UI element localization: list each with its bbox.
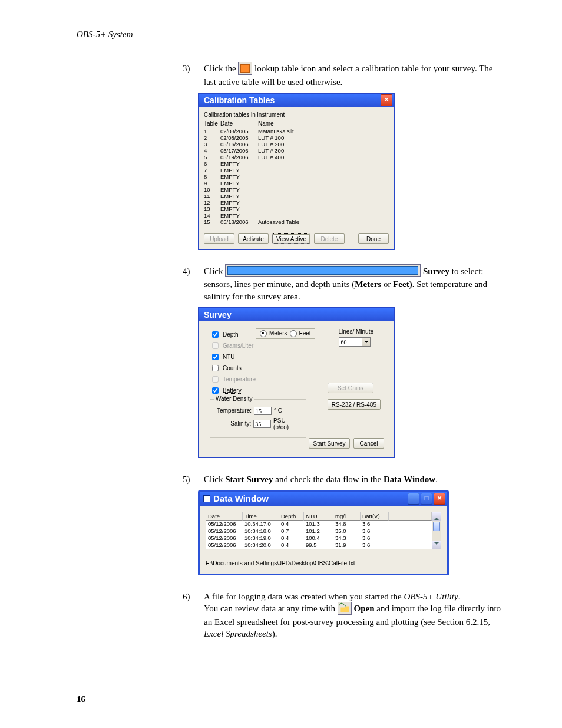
- step-5-post: .: [435, 475, 438, 484]
- scroll-thumb[interactable]: [433, 522, 440, 531]
- data-window-row: 05/12/200610:34:19.00.4100.434.33.6: [206, 535, 432, 542]
- survey-icon: [225, 264, 421, 277]
- data-window-filepath: E:\Documents and Settings\JPD\Desktop\OB…: [206, 560, 441, 566]
- salinity-input[interactable]: 35: [253, 420, 271, 428]
- set-gains-button[interactable]: Set Gains: [328, 383, 373, 393]
- water-density-legend: Water Density: [214, 396, 254, 402]
- cal-table-row[interactable]: 7EMPTY: [204, 167, 389, 173]
- cal-table-header: Table Date Name: [204, 120, 389, 127]
- grams-checkbox: [212, 342, 219, 349]
- dw-h-mgl: mg/l: [333, 512, 361, 521]
- step-6-line2-pre: You can review data at any time with: [204, 604, 338, 613]
- excel-spreadsheets-word: Excel Spreadsheets: [204, 629, 272, 638]
- dw-h-depth: Depth: [279, 512, 304, 521]
- dw-h-ntu: NTU: [304, 512, 333, 521]
- calibration-tables-dialog: Calibration Tables × Calibration tables …: [198, 93, 395, 250]
- done-button[interactable]: Done: [358, 233, 389, 244]
- data-window-word: Data Window: [384, 475, 435, 484]
- close-icon[interactable]: ×: [381, 94, 392, 106]
- data-window-row: 05/12/200610:34:18.00.7101.235.03.6: [206, 528, 432, 535]
- survey-word: Survey: [423, 266, 449, 276]
- step-6-number: 6): [183, 591, 196, 640]
- cal-header-table: Table: [204, 120, 220, 127]
- step-5-pre: Click: [204, 475, 225, 484]
- cal-table-row[interactable]: 13EMPTY: [204, 206, 389, 212]
- view-active-button[interactable]: View Active: [272, 233, 310, 244]
- data-window-row: 05/12/200610:34:20.00.499.531.93.6: [206, 542, 432, 549]
- temperature-checkbox: [212, 376, 219, 383]
- temperature-input[interactable]: 15: [254, 407, 272, 415]
- dw-h-time: Time: [243, 512, 279, 521]
- cal-table-row[interactable]: 505/19/2006LUT # 400: [204, 154, 389, 160]
- salinity-field-label: Salinity:: [214, 420, 251, 427]
- step-5-mid: and check the data flow in the: [273, 475, 384, 484]
- lines-per-minute-label: Lines/ Minute: [339, 328, 373, 335]
- depth-checkbox[interactable]: [212, 331, 219, 338]
- counts-checkbox[interactable]: [212, 365, 219, 371]
- rs232-rs485-button[interactable]: RS-232 / RS-485: [328, 399, 381, 410]
- battery-checkbox[interactable]: [212, 387, 219, 394]
- data-window-app-icon: [203, 495, 210, 502]
- data-window-body: 05/12/200610:34:17.00.4101.334.83.605/12…: [206, 521, 432, 549]
- cal-table-row[interactable]: 10EMPTY: [204, 186, 389, 193]
- ntu-checkbox[interactable]: [212, 354, 219, 360]
- data-window-title: Data Window: [213, 492, 269, 506]
- meters-option: Meters: [269, 330, 287, 337]
- or-word: or: [381, 279, 393, 289]
- feet-radio[interactable]: [290, 330, 297, 337]
- running-head: OBS-5+ System: [77, 29, 503, 41]
- temperature-label: Temperature: [223, 376, 256, 383]
- open-icon: [338, 602, 352, 615]
- upload-button[interactable]: Upload: [204, 233, 234, 244]
- cal-table-row[interactable]: 14EMPTY: [204, 212, 389, 219]
- water-density-fieldset: Water Density Temperature: 15 ° C Salini…: [210, 399, 306, 438]
- dw-h-batt: Batt(V): [361, 512, 389, 521]
- lookup-table-icon: [238, 62, 252, 75]
- step-6-line1-pre: A file for logging data was created when…: [204, 592, 404, 601]
- lines-per-minute-value[interactable]: 60: [339, 337, 362, 347]
- lines-per-minute-dropdown-icon[interactable]: [362, 337, 371, 347]
- feet-option: Feet: [299, 330, 311, 337]
- cal-table-row[interactable]: 6EMPTY: [204, 160, 389, 167]
- ntu-label: NTU: [223, 354, 235, 360]
- survey-dialog: Survey Depth Grams/Liter NTU Counts Temp…: [198, 307, 395, 458]
- minimize-icon[interactable]: –: [408, 493, 419, 505]
- survey-title: Survey: [204, 308, 232, 321]
- data-window: Data Window – □ × Date Time Depth: [198, 490, 449, 575]
- step-4: 4) Click Survey to select: sensors, line…: [183, 265, 503, 302]
- data-window-titlebar[interactable]: Data Window – □ ×: [200, 492, 447, 506]
- dw-h-date: Date: [206, 512, 243, 521]
- feet-word: Feet): [393, 279, 412, 289]
- cal-table-row[interactable]: 202/08/2005LUT # 100: [204, 134, 389, 141]
- scrollbar[interactable]: [432, 512, 441, 549]
- cal-table-row[interactable]: 12EMPTY: [204, 199, 389, 206]
- cal-header-name: Name: [258, 120, 389, 127]
- close-icon[interactable]: ×: [434, 493, 445, 505]
- scroll-down-icon[interactable]: [432, 541, 441, 549]
- cancel-button[interactable]: Cancel: [353, 438, 384, 449]
- cal-table-row[interactable]: 8EMPTY: [204, 173, 389, 180]
- cal-table-row[interactable]: 9EMPTY: [204, 180, 389, 186]
- activate-button[interactable]: Activate: [238, 233, 269, 244]
- step-6: 6) A file for logging data was created w…: [183, 591, 503, 640]
- survey-titlebar[interactable]: Survey: [199, 308, 394, 321]
- temperature-field-label: Temperature:: [214, 407, 252, 414]
- cal-table-row[interactable]: 11EMPTY: [204, 193, 389, 199]
- step-4-pre: Click: [204, 266, 225, 276]
- cal-table-row[interactable]: 102/08/2005Matanuska silt: [204, 128, 389, 134]
- cal-table-row[interactable]: 405/17/2006LUT # 300: [204, 147, 389, 154]
- cal-table-body[interactable]: 102/08/2005Matanuska silt202/08/2005LUT …: [204, 128, 389, 225]
- cal-table-row[interactable]: 1505/18/2006Autosaved Table: [204, 219, 389, 225]
- page-number: 16: [77, 694, 85, 704]
- scroll-up-icon[interactable]: [432, 512, 441, 521]
- delete-button[interactable]: Delete: [314, 233, 345, 244]
- maximize-icon[interactable]: □: [421, 493, 432, 505]
- battery-label: Battery: [223, 387, 242, 394]
- cal-table-row[interactable]: 305/16/2006LUT # 200: [204, 141, 389, 147]
- depth-units-group: Meters Feet: [256, 328, 315, 339]
- start-survey-button[interactable]: Start Survey: [309, 438, 350, 449]
- calibration-titlebar[interactable]: Calibration Tables ×: [199, 94, 394, 107]
- calibration-title: Calibration Tables: [204, 94, 275, 107]
- start-survey-word: Start Survey: [225, 475, 273, 484]
- meters-radio[interactable]: [260, 330, 267, 337]
